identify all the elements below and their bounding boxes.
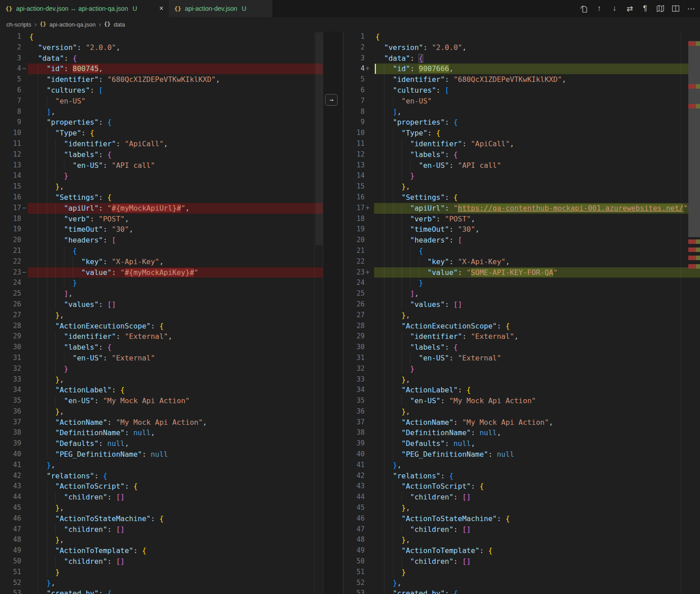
whitespace-toggle-icon[interactable]: ¶ <box>641 4 650 13</box>
line-content[interactable]: "ActionExecutionScope": { <box>28 321 323 332</box>
diff-sash[interactable] <box>323 32 343 594</box>
code-line[interactable]: 41}, <box>343 460 700 471</box>
code-line[interactable]: 19"timeOut": "30", <box>343 224 700 235</box>
line-content[interactable]: "key": "X-Api-Key", <box>374 256 700 267</box>
code-line[interactable]: 44"children": [] <box>343 492 700 503</box>
code-line[interactable]: 25], <box>343 288 700 299</box>
code-line[interactable]: 26"values": [] <box>343 299 700 310</box>
line-content[interactable]: }, <box>28 535 323 545</box>
line-content[interactable]: "cultures": [ <box>28 85 323 96</box>
line-content[interactable]: "headers": [ <box>374 235 700 246</box>
line-content[interactable]: }, <box>374 535 700 545</box>
code-line[interactable]: 31"en-US": "External" <box>343 353 700 364</box>
code-line[interactable]: 33}, <box>0 374 323 385</box>
line-content[interactable]: "en-US": "External" <box>374 353 700 364</box>
code-line[interactable]: 13"en-US": "API call" <box>343 160 700 171</box>
code-line[interactable]: 18"verb": "POST", <box>0 214 323 225</box>
code-line[interactable]: 46"ActionToStateMachine": { <box>343 513 700 524</box>
line-content[interactable]: "en-US" <box>28 96 323 107</box>
code-line[interactable]: 9"properties": { <box>0 117 323 128</box>
code-line[interactable]: 24} <box>343 278 700 288</box>
line-content[interactable]: "en-US": "My Mock Api Action" <box>374 396 700 406</box>
code-line[interactable]: 11"identifier": "ApiCall", <box>0 139 323 149</box>
code-line[interactable]: 37"ActionName": "My Mock Api Action", <box>0 417 323 428</box>
line-content[interactable]: "value": "SOME-API-KEY-FOR-QA" <box>374 267 700 278</box>
code-line[interactable]: 36}, <box>343 406 700 417</box>
line-content[interactable]: "PEG_DefinitionName": null <box>374 449 700 460</box>
line-content[interactable]: "ActionName": "My Mock Api Action", <box>374 417 700 428</box>
original-editor[interactable]: 1{2"version": "2.0.0",3"data": {4−"id": … <box>0 32 323 594</box>
line-content[interactable]: } <box>28 171 323 181</box>
code-line[interactable]: 43"ActionToScript": { <box>343 481 700 492</box>
code-line[interactable]: 43"ActionToScript": { <box>0 481 323 492</box>
line-content[interactable]: "created_by": { <box>28 588 323 594</box>
code-line[interactable]: 10"Type": { <box>343 128 700 139</box>
line-content[interactable]: "identifier": "ApiCall", <box>374 139 700 149</box>
code-line[interactable]: 29"identifier": "External", <box>0 331 323 342</box>
line-content[interactable]: "data": { <box>28 53 323 64</box>
line-content[interactable]: "en-US" <box>374 96 700 107</box>
line-content[interactable]: "relations": { <box>374 471 700 482</box>
line-content[interactable]: "en-US": "API call" <box>374 160 700 171</box>
line-content[interactable]: }, <box>374 374 700 385</box>
line-content[interactable]: "timeOut": "30", <box>374 224 700 235</box>
line-content[interactable]: "PEG_DefinitionName": null <box>28 449 323 460</box>
code-line[interactable]: 42"relations": { <box>343 471 700 482</box>
code-line[interactable]: 37"ActionName": "My Mock Api Action", <box>343 417 700 428</box>
code-line[interactable]: 30"labels": { <box>0 342 323 353</box>
code-line[interactable]: 9"properties": { <box>343 117 700 128</box>
code-line[interactable]: 2"version": "2.0.0", <box>343 42 700 53</box>
code-line[interactable]: 6"cultures": [ <box>343 85 700 96</box>
line-content[interactable]: "ActionToStateMachine": { <box>28 513 323 524</box>
code-line[interactable]: 47"children": [] <box>0 524 323 535</box>
line-content[interactable]: "headers": [ <box>28 235 323 246</box>
line-content[interactable]: } <box>28 567 323 578</box>
line-content[interactable]: } <box>374 364 700 374</box>
code-line[interactable]: 14} <box>343 171 700 181</box>
line-content[interactable]: "properties": { <box>374 117 700 128</box>
code-line[interactable]: 53"created_by": { <box>0 588 323 594</box>
code-line[interactable]: 22"key": "X-Api-Key", <box>343 256 700 267</box>
line-content[interactable]: "labels": { <box>374 149 700 160</box>
code-line[interactable]: 52}, <box>0 578 323 589</box>
tab-api-action-dev[interactable]: {} api-action-dev.json U <box>169 0 272 17</box>
line-content[interactable]: { <box>374 246 700 256</box>
line-content[interactable]: }, <box>28 578 323 589</box>
code-line[interactable]: 3"data": { <box>0 53 323 64</box>
code-line[interactable]: 15}, <box>343 181 700 192</box>
code-line[interactable]: 46"ActionToStateMachine": { <box>0 513 323 524</box>
line-content[interactable]: }, <box>28 503 323 513</box>
code-line[interactable]: 44"children": [] <box>0 492 323 503</box>
code-line[interactable]: 8], <box>0 107 323 117</box>
line-content[interactable]: "children": [] <box>374 492 700 503</box>
line-content[interactable]: }, <box>28 460 323 471</box>
breadcrumb-folder[interactable]: ch-scripts <box>6 21 32 28</box>
left-scrollbar-slider[interactable] <box>316 32 323 245</box>
code-line[interactable]: 49"ActionToTemplate": { <box>0 545 323 556</box>
code-line[interactable]: 8], <box>343 107 700 117</box>
line-content[interactable]: "ActionExecutionScope": { <box>374 321 700 332</box>
line-content[interactable]: }, <box>28 181 323 192</box>
line-content[interactable]: "ActionLabel": { <box>374 385 700 396</box>
code-line[interactable]: 4−"id": 800745, <box>0 63 323 74</box>
line-content[interactable]: "ActionToStateMachine": { <box>374 513 700 524</box>
code-line[interactable]: 23+"value": "SOME-API-KEY-FOR-QA" <box>343 267 700 278</box>
line-content[interactable]: "ActionName": "My Mock Api Action", <box>28 417 323 428</box>
code-line[interactable]: 50"children": [] <box>0 556 323 567</box>
code-line[interactable]: 52}, <box>343 578 700 589</box>
code-line[interactable]: 40"PEG_DefinitionName": null <box>0 449 323 460</box>
line-content[interactable]: ], <box>374 288 700 299</box>
line-content[interactable]: { <box>28 32 323 42</box>
line-content[interactable]: "en-US": "API call" <box>28 160 323 171</box>
code-line[interactable]: 49"ActionToTemplate": { <box>343 545 700 556</box>
code-line[interactable]: 7"en-US" <box>343 96 700 107</box>
code-line[interactable]: 51} <box>343 567 700 578</box>
line-content[interactable]: "labels": { <box>28 342 323 353</box>
code-line[interactable]: 29"identifier": "External", <box>343 331 700 342</box>
line-content[interactable]: "labels": { <box>374 342 700 353</box>
line-content[interactable]: }, <box>28 310 323 321</box>
line-content[interactable]: "apiUrl": "https://qa-contenthub-mockapi… <box>374 203 700 214</box>
code-line[interactable]: 39"Defaults": null, <box>0 438 323 449</box>
code-line[interactable]: 50"children": [] <box>343 556 700 567</box>
code-line[interactable]: 25], <box>0 288 323 299</box>
